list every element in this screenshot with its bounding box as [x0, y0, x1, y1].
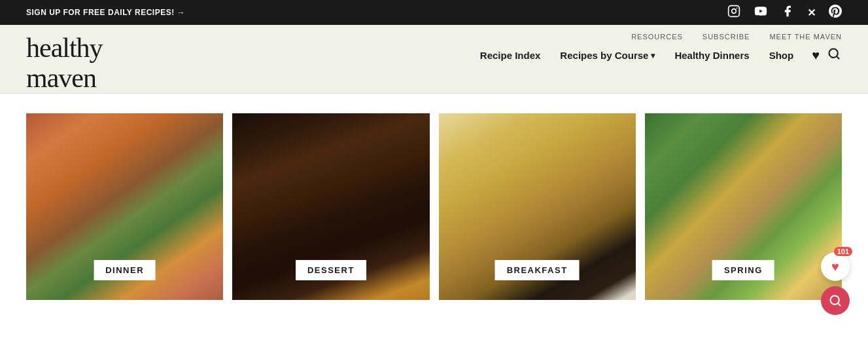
- dessert-card[interactable]: DESSERT: [232, 113, 429, 300]
- healthy-dinners-link[interactable]: Healthy Dinners: [668, 47, 755, 64]
- heart-nav-button[interactable]: ♥: [810, 46, 821, 64]
- site-logo[interactable]: healthy maven: [26, 33, 103, 93]
- svg-line-6: [838, 303, 841, 306]
- nav-action-icons: ♥: [810, 46, 842, 65]
- signup-link[interactable]: SIGN UP FOR FREE DAILY RECIPES! →: [26, 8, 185, 17]
- recipe-index-link[interactable]: Recipe Index: [474, 47, 547, 64]
- subscribe-link[interactable]: SUBSCRIBE: [703, 33, 750, 41]
- chevron-down-icon: ▾: [651, 51, 655, 60]
- social-icons: ✕: [727, 5, 842, 21]
- breakfast-label: BREAKFAST: [495, 260, 580, 280]
- header-right: RESOURCES SUBSCRIBE MEET THE MAVEN Recip…: [474, 33, 842, 71]
- pinterest-icon[interactable]: [829, 5, 842, 21]
- top-bar: SIGN UP FOR FREE DAILY RECIPES! → ✕: [0, 0, 868, 25]
- heart-icon: ♥: [831, 259, 839, 274]
- spring-label: SPRING: [712, 260, 774, 280]
- shop-link[interactable]: Shop: [763, 47, 801, 64]
- breakfast-card[interactable]: BREAKFAST: [439, 113, 636, 300]
- food-grid-area: DINNER DESSERT BREAKFAST SPRING: [0, 94, 868, 313]
- dessert-label: DESSERT: [296, 260, 366, 280]
- food-grid: DINNER DESSERT BREAKFAST SPRING: [26, 113, 842, 300]
- floating-search-button[interactable]: [821, 286, 850, 313]
- x-twitter-icon[interactable]: ✕: [807, 7, 816, 19]
- floating-heart-count: 101: [834, 247, 852, 256]
- svg-rect-0: [728, 5, 739, 16]
- recipes-by-course-link[interactable]: Recipes by Course ▾: [553, 47, 661, 64]
- spring-card[interactable]: SPRING: [645, 113, 842, 300]
- header: healthy maven RESOURCES SUBSCRIBE MEET T…: [0, 25, 868, 93]
- header-top: healthy maven RESOURCES SUBSCRIBE MEET T…: [26, 33, 842, 93]
- dinner-card[interactable]: DINNER: [26, 113, 223, 300]
- util-nav: RESOURCES SUBSCRIBE MEET THE MAVEN: [631, 33, 842, 41]
- instagram-icon[interactable]: [727, 5, 740, 21]
- meet-the-maven-link[interactable]: MEET THE MAVEN: [769, 33, 842, 41]
- search-nav-button[interactable]: [826, 46, 842, 65]
- resources-link[interactable]: RESOURCES: [631, 33, 683, 41]
- facebook-icon[interactable]: [781, 5, 794, 21]
- main-nav: Recipe Index Recipes by Course ▾ Healthy…: [474, 46, 842, 71]
- youtube-icon[interactable]: [754, 5, 768, 21]
- floating-heart-button[interactable]: 101 ♥: [821, 252, 850, 281]
- search-icon: [829, 294, 842, 307]
- dinner-label: DINNER: [94, 260, 156, 280]
- svg-line-4: [837, 56, 839, 59]
